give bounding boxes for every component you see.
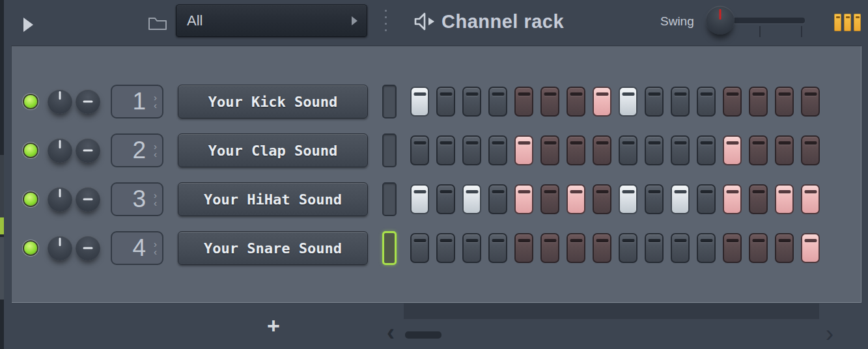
step-button[interactable] [462, 184, 481, 214]
step-button[interactable] [540, 135, 559, 165]
step-button[interactable] [567, 87, 585, 117]
step-button[interactable] [697, 233, 716, 263]
pan-knob[interactable] [48, 236, 72, 260]
channel-name-button[interactable]: Your HiHat Sound [178, 182, 368, 216]
step-button[interactable] [801, 184, 820, 214]
step-button[interactable] [697, 87, 716, 117]
scroll-left-icon[interactable]: ‹ [387, 321, 395, 344]
step-button[interactable] [462, 135, 481, 165]
step-button[interactable] [488, 135, 507, 165]
step-button[interactable] [514, 184, 533, 214]
step-button[interactable] [514, 233, 533, 263]
step-button[interactable] [436, 135, 455, 165]
add-channel-button[interactable]: + [260, 313, 287, 339]
step-button[interactable] [671, 87, 690, 117]
channel-name-button[interactable]: Your Kick Sound [178, 85, 368, 119]
step-button[interactable] [567, 184, 585, 214]
step-button[interactable] [723, 87, 742, 117]
step-button[interactable] [671, 233, 690, 263]
step-button[interactable] [749, 184, 768, 214]
step-button[interactable] [436, 233, 455, 263]
spinner-icon[interactable]: ›‹ [154, 143, 157, 158]
step-button[interactable] [671, 184, 690, 214]
pan-knob[interactable] [48, 138, 72, 163]
step-button[interactable] [462, 233, 481, 263]
channel-number-box[interactable]: 1›‹ [111, 85, 163, 119]
step-button[interactable] [410, 87, 429, 117]
step-button[interactable] [619, 233, 637, 263]
step-button[interactable] [619, 135, 637, 165]
step-button[interactable] [723, 135, 742, 165]
step-button[interactable] [619, 87, 637, 117]
step-button[interactable] [775, 184, 794, 214]
step-button[interactable] [436, 184, 455, 214]
step-button[interactable] [514, 87, 533, 117]
spinner-icon[interactable]: ›‹ [154, 191, 157, 207]
step-button[interactable] [488, 233, 507, 263]
step-button[interactable] [645, 87, 664, 117]
step-button[interactable] [593, 184, 611, 214]
channel-enable-led[interactable] [24, 242, 37, 255]
volume-knob[interactable] [76, 89, 100, 114]
step-button[interactable] [540, 184, 559, 214]
step-button[interactable] [749, 87, 768, 117]
pan-knob[interactable] [48, 89, 72, 114]
step-button[interactable] [645, 184, 664, 214]
step-button[interactable] [775, 87, 794, 117]
step-button[interactable] [514, 135, 533, 165]
step-button[interactable] [488, 184, 507, 214]
step-button[interactable] [645, 135, 664, 165]
volume-knob[interactable] [76, 138, 100, 163]
step-button[interactable] [775, 135, 794, 165]
channel-select-indicator[interactable] [382, 231, 397, 265]
step-button[interactable] [540, 233, 559, 263]
step-button[interactable] [697, 184, 716, 214]
channel-display-filter-icon[interactable] [834, 14, 861, 31]
channel-filter-dropdown[interactable]: All [176, 5, 367, 37]
volume-knob[interactable] [76, 236, 100, 260]
channel-select-indicator[interactable] [382, 85, 397, 119]
step-button[interactable] [775, 233, 794, 263]
channel-select-indicator[interactable] [382, 133, 397, 167]
step-button[interactable] [723, 184, 742, 214]
spinner-icon[interactable]: ›‹ [154, 240, 157, 256]
step-button[interactable] [671, 135, 690, 165]
step-button[interactable] [410, 233, 429, 263]
step-button[interactable] [593, 87, 611, 117]
step-button[interactable] [801, 233, 820, 263]
step-area-scroll-track[interactable] [404, 303, 819, 319]
channel-number-box[interactable]: 3›‹ [111, 182, 163, 216]
step-button[interactable] [749, 233, 768, 263]
channel-number-box[interactable]: 2›‹ [111, 133, 163, 167]
expand-arrow-icon[interactable] [23, 18, 33, 32]
swing-slider-handle[interactable] [706, 6, 735, 35]
step-button[interactable] [410, 184, 429, 214]
step-button[interactable] [462, 87, 481, 117]
step-button[interactable] [593, 135, 611, 165]
channel-name-button[interactable]: Your Snare Sound [178, 231, 368, 265]
spinner-icon[interactable]: ›‹ [154, 94, 157, 109]
channel-number-box[interactable]: 4›‹ [111, 231, 163, 265]
step-button[interactable] [436, 87, 455, 117]
step-button[interactable] [645, 233, 664, 263]
channel-enable-led[interactable] [24, 193, 37, 206]
step-button[interactable] [749, 135, 768, 165]
scroll-right-icon[interactable]: › [826, 322, 833, 346]
step-button[interactable] [801, 87, 820, 117]
step-button[interactable] [619, 184, 637, 214]
volume-knob[interactable] [76, 187, 100, 212]
step-button[interactable] [801, 135, 820, 165]
step-button[interactable] [567, 135, 585, 165]
horizontal-scrollbar-thumb[interactable] [405, 331, 441, 339]
step-button[interactable] [410, 135, 429, 165]
channel-enable-led[interactable] [24, 144, 37, 157]
channel-enable-led[interactable] [24, 95, 37, 108]
step-button[interactable] [593, 233, 611, 263]
channel-select-indicator[interactable] [382, 182, 397, 216]
step-button[interactable] [697, 135, 716, 165]
step-button[interactable] [540, 87, 559, 117]
step-button[interactable] [488, 87, 507, 117]
pan-knob[interactable] [48, 187, 72, 212]
step-button[interactable] [567, 233, 585, 263]
step-button[interactable] [723, 233, 742, 263]
